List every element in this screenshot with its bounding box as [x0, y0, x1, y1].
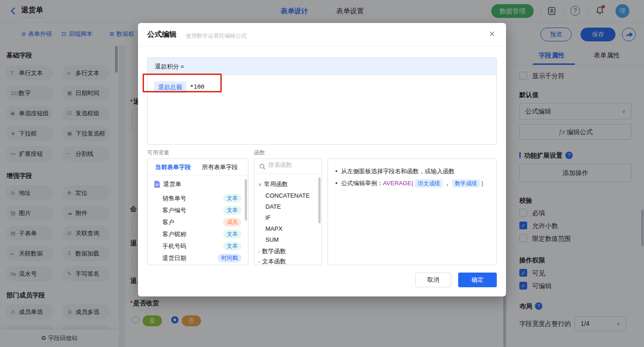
function-item[interactable]: SUM	[265, 236, 279, 243]
caret-right-icon: ›	[258, 249, 260, 254]
annotation-red-box	[143, 74, 222, 92]
variable-item[interactable]: 退货日期时间戳	[148, 253, 248, 264]
function-group-math[interactable]: ›数学函数	[258, 247, 286, 256]
formula-edit-modal: 公式编辑 使用数学运算符编辑公式 × 退款积分 = 退款总额 *100 可用变量…	[138, 23, 506, 296]
divider	[138, 46, 506, 46]
function-name: AVERAGE(	[383, 180, 414, 187]
type-badge: 文本	[223, 230, 242, 239]
tab-current-form-fields[interactable]: 当前表单字段	[155, 159, 191, 176]
modal-title: 公式编辑	[147, 30, 177, 40]
example-field-chip: 数学成绩	[452, 179, 480, 188]
search-icon	[259, 163, 266, 170]
functions-scrollbar[interactable]	[318, 177, 321, 223]
variable-item[interactable]: 客户编号文本	[148, 205, 248, 216]
close-icon[interactable]: ×	[489, 28, 495, 40]
bullet: •	[335, 180, 338, 187]
tab-all-form-fields[interactable]: 所有表单字段	[202, 159, 238, 176]
type-badge: 成员	[223, 218, 242, 227]
caret-right-icon: ›	[258, 259, 260, 264]
function-item[interactable]: DATE	[265, 203, 281, 210]
functions-label: 函数	[254, 149, 265, 157]
function-item[interactable]: CONCATENATE	[265, 192, 310, 199]
variables-label: 可用变量	[147, 149, 169, 157]
variables-panel: 当前表单字段 所有表单字段 退货单 销售单号文本 客户编号文本 客户成员 客户昵…	[147, 159, 248, 265]
bullet: •	[335, 168, 338, 175]
cancel-button[interactable]: 取消	[415, 273, 451, 287]
function-search[interactable]	[254, 159, 322, 174]
tip-line-1: •从左侧面板选择字段名和函数，或输入函数	[335, 167, 455, 176]
type-badge: 文本	[223, 242, 242, 250]
tips-panel: •从左侧面板选择字段名和函数，或输入函数 •公式编辑举例：AVERAGE( 语文…	[328, 159, 497, 265]
variable-item[interactable]: 客户成员	[148, 217, 248, 228]
function-item[interactable]: MAPX	[265, 225, 282, 232]
type-badge: 文本	[223, 206, 242, 215]
variable-item[interactable]: 手机号码文本	[148, 241, 248, 252]
document-icon	[154, 181, 161, 188]
variable-item[interactable]: 销售单号文本	[148, 193, 248, 204]
function-item[interactable]: IF	[265, 214, 271, 221]
variables-scrollbar[interactable]	[245, 179, 247, 221]
function-group-text[interactable]: ›文本函数	[258, 257, 286, 265]
variable-item[interactable]: 客户昵称文本	[148, 229, 248, 240]
example-field-chip: 语文成绩	[415, 179, 443, 188]
formula-target: 退款积分 =	[148, 58, 496, 75]
type-badge: 时间戳	[218, 254, 242, 262]
form-tree-root[interactable]: 退货单	[154, 180, 181, 188]
modal-subtitle: 使用数学运算符编辑公式	[186, 32, 247, 40]
type-badge: 文本	[223, 194, 242, 203]
function-search-input[interactable]	[268, 161, 317, 168]
function-group-common[interactable]: ∨常用函数	[258, 180, 288, 188]
tip-line-2: •公式编辑举例：AVERAGE( 语文成绩 ， 数学成绩 )	[335, 179, 483, 188]
confirm-button[interactable]: 确定	[458, 273, 497, 287]
formula-editor[interactable]: 退款积分 = 退款总额 *100	[147, 57, 497, 145]
function-paren: )	[481, 180, 483, 187]
caret-down-icon: ∨	[258, 182, 262, 187]
functions-panel: ∨常用函数 CONCATENATE DATE IF MAPX SUM ›数学函数…	[254, 159, 322, 265]
app-screen: 退货单 表单设计 表单设置 数据管理 ? 理 ⊘表单外链 ⊡后端脚本 ⊞数据权 …	[0, 0, 644, 347]
